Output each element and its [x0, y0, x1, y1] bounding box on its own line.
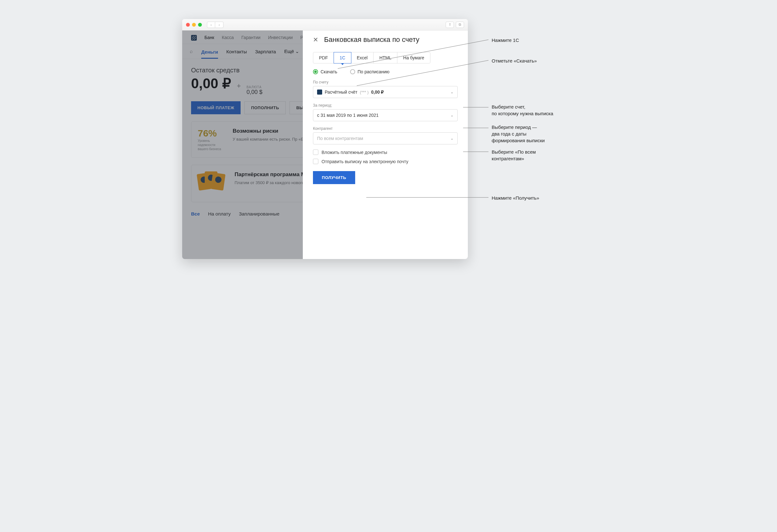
annotation-submit: Нажмите «Получить»: [492, 195, 539, 201]
annotation-period: Выберите период — два года с даты формир…: [492, 124, 545, 144]
nav-forward-button[interactable]: ›: [215, 22, 223, 28]
format-tab-html[interactable]: HTML: [373, 52, 398, 63]
checkbox-icon: [313, 159, 318, 164]
annotation-download: Отметьте «Скачать»: [492, 58, 537, 64]
checkbox-icon: [313, 149, 318, 155]
period-select[interactable]: с 31 мая 2019 по 1 июня 2021 ⌄: [313, 109, 458, 121]
account-select[interactable]: Расчётный счёт (*** ) 0,00 ₽ ⌄: [313, 86, 458, 98]
counterparty-label: Контрагент: [313, 126, 458, 131]
radio-schedule[interactable]: По расписанию: [350, 69, 390, 74]
account-icon: [317, 90, 322, 95]
chevron-down-icon: ⌄: [450, 136, 454, 141]
traffic-lights: [186, 23, 202, 27]
chevron-down-icon: ⌄: [450, 90, 454, 94]
window-close-icon[interactable]: [186, 23, 190, 27]
radio-off-icon: [350, 69, 355, 74]
chevron-down-icon: ⌄: [450, 113, 454, 117]
account-label: По счету: [313, 80, 458, 85]
radio-download[interactable]: Скачать: [313, 69, 337, 74]
format-tab-paper[interactable]: На бумаге: [398, 52, 430, 63]
window-minimize-icon[interactable]: [192, 23, 196, 27]
period-label: За период:: [313, 103, 458, 108]
browser-window: ‹ › ⇪ ⧉ Банк Касса Гарантии Инвестиции Р…: [182, 19, 468, 259]
checkbox-send-email[interactable]: Отправить выписку на электронную почту: [313, 159, 458, 164]
format-tab-excel[interactable]: Excel: [351, 52, 373, 63]
format-tabs: PDF 1C Excel HTML На бумаге: [313, 52, 430, 64]
annotation-1c: Нажмите 1С: [492, 37, 519, 43]
format-tab-pdf[interactable]: PDF: [313, 52, 334, 63]
submit-button[interactable]: ПОЛУЧИТЬ: [313, 171, 355, 184]
radio-on-icon: [313, 69, 318, 74]
panel-title: Банковская выписка по счету: [324, 35, 419, 44]
checkbox-attach-docs[interactable]: Вложить платежные документы: [313, 149, 458, 155]
close-icon[interactable]: ✕: [313, 36, 318, 43]
tabs-button[interactable]: ⧉: [456, 22, 464, 28]
annotation-counterparty: Выберите «По всем контрагентам»: [492, 148, 536, 162]
window-zoom-icon[interactable]: [198, 23, 202, 27]
counterparty-select[interactable]: По всем контрагентам ⌄: [313, 132, 458, 144]
annotation-account: Выберите счет, по которому нужна выписка: [492, 103, 553, 117]
statement-panel: ✕ Банковская выписка по счету PDF 1C Exc…: [303, 30, 468, 259]
window-titlebar: ‹ › ⇪ ⧉: [182, 19, 468, 30]
format-tab-1c[interactable]: 1C: [334, 52, 351, 64]
share-button[interactable]: ⇪: [446, 22, 454, 28]
nav-back-button[interactable]: ‹: [207, 22, 215, 28]
